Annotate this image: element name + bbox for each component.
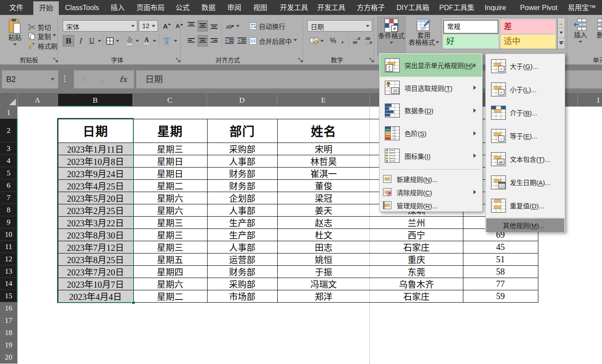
table-cell-G12[interactable]: 51 <box>463 253 538 265</box>
accounting-dropdown-arrow[interactable] <box>319 35 325 46</box>
dialog-launcher-number-icon[interactable] <box>369 57 375 63</box>
conditional-formatting-button[interactable]: ≠ 条件格式 <box>377 17 405 55</box>
phonetic-dropdown-arrow[interactable] <box>173 35 179 46</box>
table-cell-E10[interactable]: 杜文 <box>277 228 370 241</box>
table-cell-C6[interactable]: 星期二 <box>133 179 207 192</box>
copy-dropdown-arrow[interactable] <box>53 34 56 38</box>
row-header-10[interactable]: 10 <box>0 228 18 241</box>
table-cell-D3[interactable]: 采购部 <box>207 143 277 155</box>
row-header-16[interactable]: 16 <box>0 302 18 314</box>
table-cell-E9[interactable]: 赵志 <box>277 216 370 228</box>
table-cell-C11[interactable]: 星期三 <box>133 241 207 253</box>
paste-button[interactable]: 粘贴 <box>4 18 26 54</box>
align-top-button[interactable] <box>186 20 197 32</box>
column-header-D[interactable]: D <box>207 94 277 107</box>
table-cell-D10[interactable]: 生产部 <box>207 228 277 241</box>
submenu-item-date-occurring[interactable]: 发生日期(A)... <box>486 171 564 194</box>
table-cell-F12[interactable]: 重庆 <box>370 253 463 265</box>
table-cell-D5[interactable]: 财务部 <box>207 167 277 179</box>
table-cell-C15[interactable]: 星期二 <box>133 290 207 302</box>
name-box[interactable]: B2 <box>2 70 58 89</box>
align-right-button[interactable] <box>209 35 219 46</box>
submenu-item-more-rules[interactable]: 其他规则(M)... <box>486 218 564 232</box>
table-cell-E6[interactable]: 董俊 <box>277 179 370 192</box>
fill-color-dropdown-arrow[interactable] <box>135 35 140 46</box>
table-cell-G13[interactable]: 58 <box>463 265 538 278</box>
table-cell-E13[interactable]: 于振 <box>277 265 370 278</box>
row-header-14[interactable]: 14 <box>0 278 18 290</box>
tab-15[interactable]: Power Pivot <box>514 0 563 15</box>
style-chip-neutral[interactable]: 适中 <box>501 35 555 49</box>
row-header-2[interactable]: 2 <box>0 119 18 143</box>
tab-8[interactable]: 视图 <box>247 0 273 15</box>
dialog-launcher-font-icon[interactable] <box>175 57 181 63</box>
column-header-E[interactable]: E <box>277 94 370 107</box>
column-header-A[interactable]: A <box>18 94 58 107</box>
table-cell-E3[interactable]: 宋明 <box>277 143 370 155</box>
table-cell-F14[interactable]: 乌鲁木齐 <box>370 278 463 290</box>
column-header-I[interactable]: I <box>578 94 602 107</box>
borders-button[interactable] <box>104 35 115 46</box>
percent-style-button[interactable]: % <box>328 35 338 46</box>
menu-item-clear-rules[interactable]: 清除规则(C) <box>380 186 482 199</box>
row-header-9[interactable]: 9 <box>0 216 18 228</box>
tab-4[interactable]: 页面布局 <box>131 0 170 15</box>
table-cell-F11[interactable]: 石家庄 <box>370 241 463 253</box>
table-cell-E4[interactable]: 林哲昊 <box>277 155 370 167</box>
table-cell-C8[interactable]: 星期六 <box>133 204 207 216</box>
select-all-corner[interactable] <box>0 94 18 107</box>
table-cell-D4[interactable]: 人事部 <box>207 155 277 167</box>
table-cell-D9[interactable]: 生产部 <box>207 216 277 228</box>
table-cell-E8[interactable]: 姜天 <box>277 204 370 216</box>
row-header-6[interactable]: 6 <box>0 179 18 192</box>
align-middle-button[interactable] <box>197 20 208 32</box>
tab-2[interactable]: ClassTools <box>59 0 104 15</box>
row-header-15[interactable]: 15 <box>0 290 18 302</box>
merge-center-dropdown-arrow[interactable] <box>294 39 297 43</box>
align-left-button[interactable] <box>186 35 197 46</box>
row-header-11[interactable]: 11 <box>0 241 18 253</box>
decrease-font-size-button[interactable]: A <box>172 20 183 32</box>
menu-item-new-rule[interactable]: 新建规则(N)... <box>380 172 482 186</box>
submenu-item-greater-than[interactable]: > 大于(G)... <box>486 54 564 78</box>
row-header-5[interactable]: 5 <box>0 167 18 179</box>
dialog-launcher-alignment-icon[interactable] <box>297 57 304 63</box>
submenu-item-equal-to[interactable]: = 等于(E)... <box>486 124 564 147</box>
font-size-combo[interactable]: 12 <box>139 20 158 32</box>
row-header-19[interactable]: 19 <box>0 339 18 351</box>
table-cell-F15[interactable]: 石家庄 <box>370 290 463 302</box>
table-cell-F9[interactable]: 兰州 <box>370 216 463 228</box>
style-chip-good[interactable]: 好 <box>443 35 498 49</box>
fill-color-button[interactable] <box>124 35 135 46</box>
style-chip-normal[interactable]: 常规 <box>443 20 498 34</box>
tab-13[interactable]: PDF工具集 <box>434 0 480 15</box>
submenu-item-less-than[interactable]: < 小于(L)... <box>486 78 564 101</box>
table-cell-C12[interactable]: 星期五 <box>133 253 207 265</box>
row-header-13[interactable]: 13 <box>0 265 18 278</box>
wrap-text-button[interactable]: 自动换行 <box>249 20 300 32</box>
tab-16[interactable]: 易用宝™ <box>562 0 602 15</box>
row-header-12[interactable]: 12 <box>0 253 18 265</box>
table-cell-C4[interactable]: 星期日 <box>133 155 207 167</box>
merge-center-button[interactable]: 合并后居中 <box>249 35 298 46</box>
underline-dropdown-arrow[interactable] <box>97 35 103 46</box>
phonetic-guide-button[interactable]: wén文 <box>161 35 173 46</box>
insert-dropdown-arrow[interactable] <box>579 41 582 45</box>
align-bottom-button[interactable] <box>209 20 219 32</box>
italic-button[interactable]: I <box>75 35 86 46</box>
tab-5[interactable]: 公式 <box>170 0 195 15</box>
increase-indent-button[interactable] <box>236 35 247 46</box>
table-cell-C13[interactable]: 星期四 <box>133 265 207 278</box>
table-header-cell[interactable]: 部门 <box>207 119 277 143</box>
menu-item-data-bars[interactable]: 数据条(D) <box>380 99 482 122</box>
table-cell-C7[interactable]: 星期六 <box>133 192 207 204</box>
menu-item-color-scales[interactable]: 色阶(S) <box>380 122 482 145</box>
table-cell-E14[interactable]: 冯瑞文 <box>277 278 370 290</box>
tab-10[interactable]: 开发工具 <box>312 0 351 15</box>
row-header-3[interactable]: 3 <box>0 143 18 155</box>
table-cell-D7[interactable]: 企划部 <box>207 192 277 204</box>
number-format-combo[interactable]: 日期 <box>307 20 372 32</box>
table-cell-C10[interactable]: 星期三 <box>133 228 207 241</box>
font-color-button[interactable]: A <box>141 35 152 46</box>
delete-cells-button[interactable]: 删除 <box>593 17 602 55</box>
